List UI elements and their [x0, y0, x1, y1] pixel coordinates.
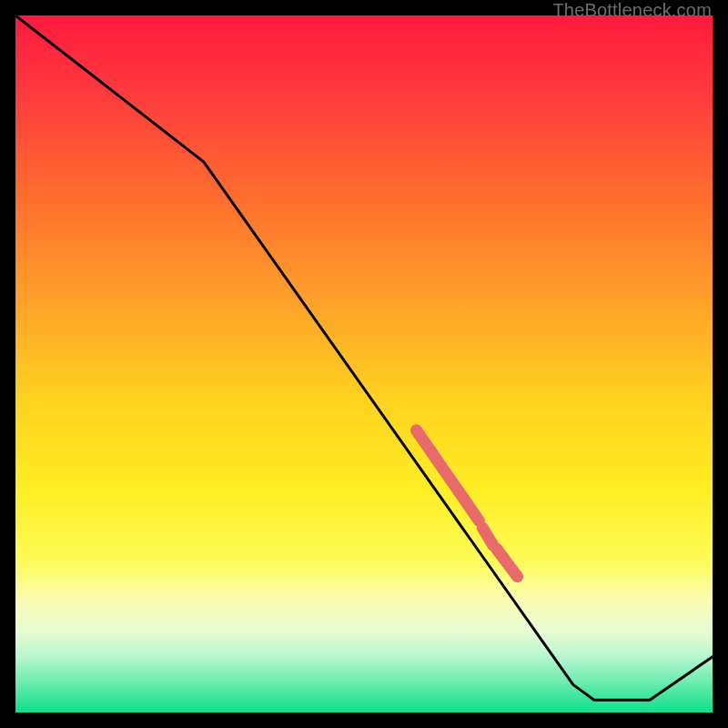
highlight-segment [482, 528, 492, 545]
line-overlay [15, 15, 713, 713]
watermark-text: TheBottleneck.com [552, 0, 712, 21]
highlight-segment [497, 549, 518, 577]
chart-frame: TheBottleneck.com [0, 0, 728, 728]
plot-area [14, 14, 714, 714]
main-curve [15, 15, 713, 700]
highlight-segments [416, 430, 517, 577]
